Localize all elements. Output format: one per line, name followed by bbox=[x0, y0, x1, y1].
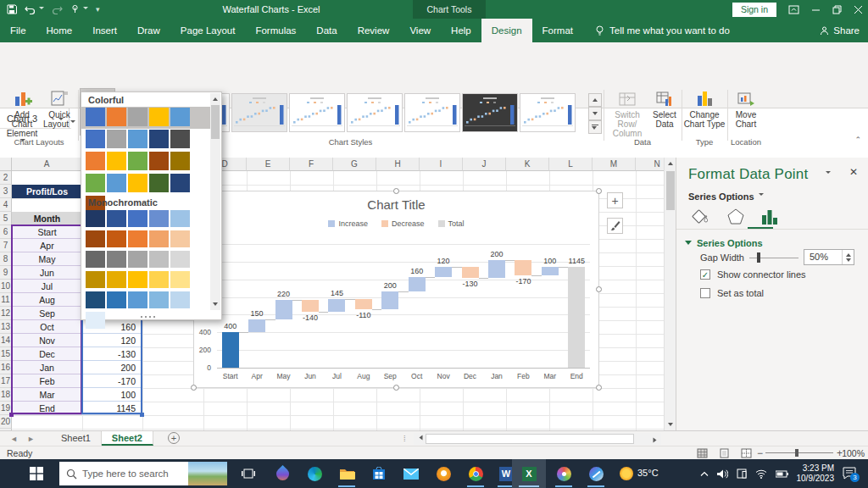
row-header-11[interactable]: 11 bbox=[0, 293, 12, 307]
search-daily-image[interactable] bbox=[188, 462, 227, 485]
column-header-A[interactable]: A bbox=[12, 158, 82, 171]
chart-style-thumbnail[interactable] bbox=[404, 93, 460, 132]
chart-selection-handle[interactable] bbox=[191, 385, 197, 391]
chart-bar-sep[interactable] bbox=[381, 291, 398, 309]
cell-month-oct[interactable]: Oct bbox=[12, 320, 82, 334]
color-palette-row[interactable] bbox=[81, 250, 210, 270]
normal-view-icon[interactable] bbox=[697, 448, 708, 458]
cell-value-row19[interactable]: 1145 bbox=[82, 402, 142, 415]
chart-bar-apr[interactable] bbox=[248, 319, 265, 333]
add-sheet-button[interactable]: + bbox=[168, 432, 180, 444]
color-swatch[interactable] bbox=[107, 271, 126, 288]
sheet-tab-sheet1[interactable]: Sheet1 bbox=[51, 431, 102, 446]
scroll-up-icon[interactable] bbox=[665, 158, 676, 169]
chart-bar-may[interactable] bbox=[275, 300, 292, 319]
battery-icon[interactable] bbox=[776, 470, 788, 478]
color-swatch[interactable] bbox=[107, 251, 126, 268]
scroll-left-icon[interactable] bbox=[414, 433, 425, 445]
cell-month-nov[interactable]: Nov bbox=[12, 334, 82, 347]
row-header-12[interactable]: 12 bbox=[0, 307, 12, 320]
row-header-3[interactable]: 3 bbox=[0, 185, 12, 198]
undo-icon[interactable] bbox=[25, 5, 36, 14]
color-swatch[interactable] bbox=[107, 108, 126, 126]
cell-value-row14[interactable]: 120 bbox=[82, 334, 142, 347]
color-swatch[interactable] bbox=[149, 230, 169, 247]
gallery-more-button[interactable] bbox=[588, 120, 602, 134]
gap-width-value-box[interactable]: 50% bbox=[804, 249, 854, 265]
color-swatch[interactable] bbox=[86, 152, 105, 170]
chart-bar-end[interactable] bbox=[568, 267, 585, 368]
taskbar-search-input[interactable]: Type here to search bbox=[59, 462, 227, 485]
tab-splitter-handle[interactable]: ⁞ bbox=[403, 435, 406, 443]
pane-close-icon[interactable]: ✕ bbox=[849, 166, 858, 178]
chart-bar-aug[interactable] bbox=[355, 299, 372, 308]
cell-value-row16[interactable]: 200 bbox=[82, 361, 142, 374]
ribbon-tab-draw[interactable]: Draw bbox=[127, 19, 170, 42]
cell-value-row18[interactable]: 100 bbox=[82, 388, 142, 402]
color-swatch[interactable] bbox=[170, 291, 190, 308]
column-header-E[interactable]: E bbox=[247, 158, 290, 171]
ribbon-tab-page-layout[interactable]: Page Layout bbox=[170, 19, 246, 42]
waterfall-chart[interactable]: Chart Title IncreaseDecreaseTotal 020040… bbox=[193, 191, 599, 388]
cell-month-jun[interactable]: Jun bbox=[12, 266, 82, 280]
chart-style-thumbnail[interactable] bbox=[231, 93, 287, 132]
minimize-button[interactable] bbox=[811, 5, 821, 14]
ribbon-tab-view[interactable]: View bbox=[399, 19, 441, 42]
color-swatch[interactable] bbox=[170, 271, 190, 288]
grid-vertical-scrollbar[interactable] bbox=[664, 158, 676, 430]
ribbon-tab-insert[interactable]: Insert bbox=[82, 19, 127, 42]
row-header-9[interactable]: 9 bbox=[0, 266, 12, 280]
pane-caret-icon[interactable] bbox=[826, 171, 831, 176]
scroll-down-icon[interactable] bbox=[665, 419, 676, 430]
color-swatch[interactable] bbox=[128, 174, 147, 192]
gap-width-spinner[interactable] bbox=[842, 250, 854, 264]
ribbon-tab-file[interactable]: File bbox=[0, 19, 36, 42]
chart-selection-handle[interactable] bbox=[596, 188, 602, 194]
file-explorer-icon[interactable] bbox=[336, 463, 358, 485]
taskbar-clock[interactable]: 3:23 PM 10/9/2023 bbox=[797, 463, 835, 484]
color-swatch[interactable] bbox=[86, 312, 105, 329]
row-header-6[interactable]: 6 bbox=[0, 225, 12, 239]
color-swatch[interactable] bbox=[128, 291, 147, 308]
chart-selection-handle[interactable] bbox=[596, 385, 602, 391]
range-handle[interactable] bbox=[9, 413, 14, 417]
color-swatch[interactable] bbox=[149, 108, 169, 126]
row-header-17[interactable]: 17 bbox=[0, 374, 12, 388]
cell-month-mar[interactable]: Mar bbox=[12, 388, 82, 402]
row-header-7[interactable]: 7 bbox=[0, 239, 12, 252]
cell-profit-loss[interactable]: Profit/Los bbox=[12, 185, 82, 198]
color-swatch[interactable] bbox=[86, 130, 105, 148]
chart-elements-button[interactable]: + bbox=[607, 192, 623, 208]
column-header-J[interactable]: J bbox=[463, 158, 506, 171]
color-swatch[interactable] bbox=[86, 210, 105, 227]
column-header-L[interactable]: L bbox=[549, 158, 593, 171]
cell-month-jan[interactable]: Jan bbox=[12, 361, 82, 374]
cell-month-feb[interactable]: Feb bbox=[12, 374, 82, 388]
column-header-I[interactable]: I bbox=[420, 158, 463, 171]
color-palette-row[interactable] bbox=[81, 230, 210, 250]
chart-bar-mar[interactable] bbox=[542, 267, 559, 275]
color-swatch[interactable] bbox=[107, 291, 126, 308]
select-data-button[interactable]: Select Data bbox=[649, 88, 680, 136]
cell-month-aug[interactable]: Aug bbox=[12, 293, 82, 307]
ribbon-tab-formulas[interactable]: Formulas bbox=[245, 19, 306, 42]
chart-style-thumbnail[interactable] bbox=[289, 93, 345, 132]
chart-styles-brush-button[interactable] bbox=[607, 218, 623, 234]
range-handle[interactable] bbox=[140, 413, 144, 417]
cell-month-sep[interactable]: Sep bbox=[12, 307, 82, 320]
color-swatch[interactable] bbox=[107, 174, 126, 192]
ribbon-tab-home[interactable]: Home bbox=[36, 19, 83, 42]
temperature-label[interactable]: 35°C bbox=[637, 468, 659, 478]
chart-style-thumbnail[interactable] bbox=[462, 93, 518, 132]
color-swatch[interactable] bbox=[149, 271, 169, 288]
row-header-5[interactable]: 5 bbox=[0, 212, 12, 225]
chrome-browser-icon[interactable] bbox=[465, 463, 487, 485]
color-swatch[interactable] bbox=[149, 152, 169, 170]
chart-bar-start[interactable] bbox=[222, 332, 239, 368]
gallery-scroll-up-button[interactable] bbox=[588, 93, 602, 107]
chart-style-thumbnail[interactable] bbox=[347, 93, 403, 132]
color-swatch[interactable] bbox=[128, 130, 147, 148]
weather-icon[interactable] bbox=[615, 463, 637, 485]
ribbon-tab-help[interactable]: Help bbox=[441, 19, 481, 42]
touch-mode-icon[interactable] bbox=[70, 4, 80, 14]
